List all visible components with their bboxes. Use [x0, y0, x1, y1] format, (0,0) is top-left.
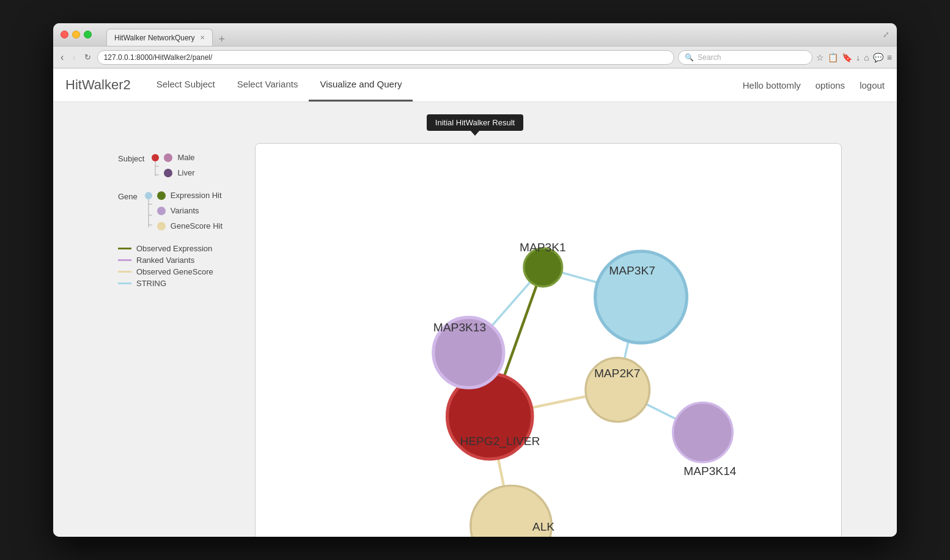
- ranked-variants-line: [118, 259, 131, 261]
- svg-text:MAP2K7: MAP2K7: [594, 367, 641, 380]
- expand-icon: ⤢: [883, 30, 889, 39]
- tooltip-box: Initial HitWalker Result: [427, 114, 523, 131]
- network-graph: HEPG2_LIVER MAP3K13 MAP3K1 MAP3K7 MAP2K7: [256, 144, 841, 537]
- search-icon: 🔍: [685, 53, 694, 62]
- tooltip-container: Initial HitWalker Result: [427, 114, 523, 136]
- gene-tree-nodes: Expression Hit Variants GeneScore Hit: [157, 191, 223, 234]
- url-bar[interactable]: 127.0.0.1:8000/HitWalker2/panel/: [97, 50, 675, 65]
- refresh-button[interactable]: ↻: [82, 51, 94, 63]
- variants-node-icon: [157, 207, 166, 215]
- search-placeholder: Search: [698, 53, 721, 62]
- legend-panel: Subject Male: [108, 143, 255, 537]
- legend-subject-section: Subject Male: [118, 153, 245, 181]
- legend-gene-section: Gene Expression Hit: [118, 191, 245, 234]
- ranked-variants-label: Ranked Variants: [136, 256, 194, 265]
- subject-tree-nodes: Male Liver: [164, 153, 194, 181]
- observed-genescore-line: [118, 271, 131, 273]
- svg-text:MAP3K14: MAP3K14: [683, 465, 737, 477]
- male-node-icon: [164, 153, 172, 162]
- variants-label: Variants: [171, 206, 199, 215]
- app-brand: HitWalker2: [65, 68, 145, 101]
- titlebar: HitWalker NetworkQuery ✕ + ⤢: [53, 23, 897, 46]
- new-tab-button[interactable]: +: [215, 33, 229, 46]
- legend-row-liver: Liver: [164, 168, 194, 177]
- node-map3k14[interactable]: [673, 403, 733, 463]
- url-text: 127.0.0.1:8000/HitWalker2/panel/: [104, 53, 213, 62]
- content-layout: Subject Male: [108, 143, 842, 537]
- logout-link[interactable]: logout: [860, 80, 885, 90]
- main-area: Initial HitWalker Result Subject: [53, 102, 897, 537]
- close-button[interactable]: [61, 31, 68, 39]
- svg-text:ALK: ALK: [532, 520, 554, 533]
- subject-tree-lines: [150, 153, 160, 180]
- home-icon[interactable]: ⌂: [864, 53, 869, 62]
- legend-row-genescore: GeneScore Hit: [157, 221, 223, 230]
- minimize-button[interactable]: [72, 31, 80, 39]
- search-bar[interactable]: 🔍 Search: [678, 50, 812, 65]
- liver-node-icon: [164, 169, 172, 177]
- liver-label: Liver: [177, 168, 194, 177]
- reader-icon[interactable]: 📋: [828, 53, 838, 62]
- tab-title: HitWalker NetworkQuery: [114, 34, 195, 42]
- legend-ranked-variants: Ranked Variants: [118, 256, 245, 265]
- browser-tab[interactable]: HitWalker NetworkQuery ✕: [106, 29, 213, 46]
- bookmark-icon[interactable]: ☆: [816, 53, 824, 62]
- legend-observed-genescore: Observed GeneScore: [118, 267, 245, 276]
- nav-select-variants[interactable]: Select Variants: [226, 68, 309, 101]
- addressbar: ‹ › ↻ 127.0.0.1:8000/HitWalker2/panel/ 🔍…: [53, 46, 897, 68]
- svg-text:MAP3K7: MAP3K7: [609, 264, 655, 277]
- genescore-node-icon: [157, 222, 166, 230]
- app-nav-items: Select Subject Select Variants Visualize…: [145, 68, 413, 101]
- back-button[interactable]: ‹: [58, 51, 66, 64]
- download-icon[interactable]: ↓: [856, 53, 860, 62]
- window-controls: [61, 31, 92, 39]
- options-link[interactable]: options: [816, 80, 845, 90]
- browser-window: HitWalker NetworkQuery ✕ + ⤢ ‹ › ↻ 127.0…: [53, 23, 897, 537]
- svg-text:MAP3K13: MAP3K13: [433, 321, 486, 334]
- legend-edges: Observed Expression Ranked Variants Obse…: [118, 244, 245, 288]
- subject-label: Subject: [118, 153, 144, 163]
- app-content: HitWalker2 Select Subject Select Variant…: [53, 68, 897, 537]
- svg-point-0: [152, 154, 159, 161]
- node-map3k1[interactable]: [524, 248, 562, 287]
- app-nav-right: Hello bottomly options logout: [743, 68, 885, 101]
- user-label: Hello bottomly: [743, 80, 801, 90]
- legend-observed-expression: Observed Expression: [118, 244, 245, 253]
- string-label: STRING: [136, 279, 166, 288]
- observed-expression-line: [118, 248, 131, 249]
- observed-genescore-label: Observed GeneScore: [136, 267, 213, 276]
- legend-row-expression: Expression Hit: [157, 191, 223, 200]
- expression-node-icon: [157, 191, 166, 200]
- string-line: [118, 282, 131, 284]
- gene-tree-lines: [144, 191, 153, 231]
- legend-string: STRING: [118, 279, 245, 288]
- gene-label: Gene: [118, 191, 138, 201]
- svg-text:MAP3K1: MAP3K1: [520, 241, 566, 254]
- svg-text:HEPG2_LIVER: HEPG2_LIVER: [460, 435, 540, 448]
- network-panel[interactable]: HEPG2_LIVER MAP3K13 MAP3K1 MAP3K7 MAP2K7: [255, 143, 842, 537]
- tooltip-arrow: [471, 131, 479, 136]
- forward-button[interactable]: ›: [70, 51, 78, 64]
- nav-visualize-query[interactable]: Visualize and Query: [309, 68, 413, 101]
- app-navbar: HitWalker2 Select Subject Select Variant…: [53, 68, 897, 102]
- menu-icon[interactable]: ≡: [887, 53, 892, 62]
- legend-row-male: Male: [164, 153, 194, 162]
- genescore-label: GeneScore Hit: [171, 221, 223, 230]
- nav-select-subject[interactable]: Select Subject: [145, 68, 226, 101]
- chat-icon[interactable]: 💬: [873, 53, 883, 62]
- maximize-button[interactable]: [84, 31, 92, 39]
- tab-bar: HitWalker NetworkQuery ✕ +: [106, 23, 229, 46]
- expression-label: Expression Hit: [171, 191, 222, 200]
- svg-point-4: [145, 192, 152, 199]
- toolbar-icons: ☆ 📋 🔖 ↓ ⌂ 💬 ≡: [816, 53, 892, 62]
- tab-close-icon[interactable]: ✕: [200, 34, 205, 41]
- legend-row-variants: Variants: [157, 206, 223, 215]
- male-label: Male: [177, 153, 194, 162]
- observed-expression-label: Observed Expression: [136, 244, 212, 253]
- pocket-icon[interactable]: 🔖: [842, 53, 852, 62]
